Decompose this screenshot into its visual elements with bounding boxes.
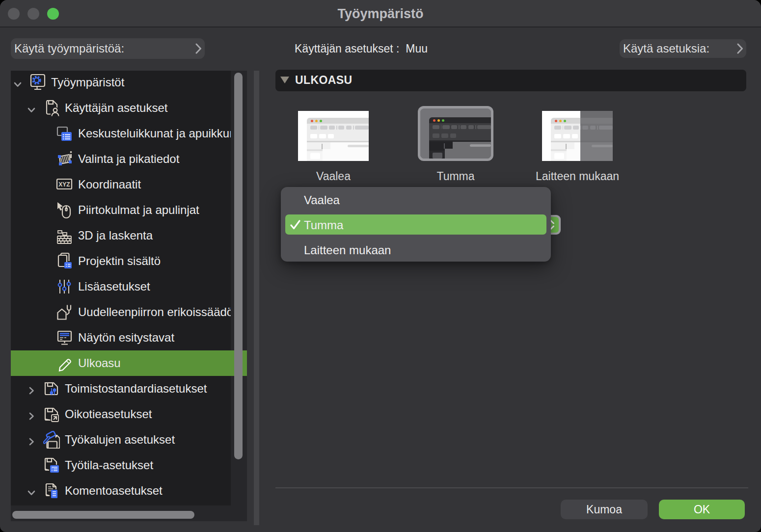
- svg-text:XYZ: XYZ: [58, 181, 70, 188]
